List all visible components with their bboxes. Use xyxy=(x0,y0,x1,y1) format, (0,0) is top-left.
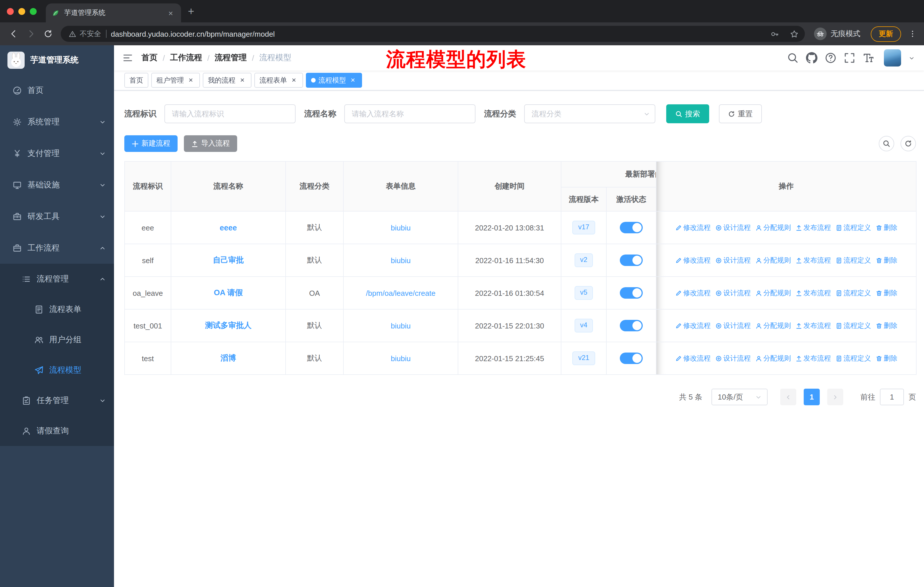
sidebar-item-process-management[interactable]: 流程管理 xyxy=(0,264,114,294)
sidebar-item-payment-management[interactable]: 支付管理 xyxy=(0,137,114,169)
process-name-input[interactable] xyxy=(344,104,475,123)
action-delete-process[interactable]: 删除 xyxy=(876,354,898,363)
cell-process-name[interactable]: eeee xyxy=(171,211,285,244)
version-badge[interactable]: v17 xyxy=(573,221,595,234)
cell-form-info[interactable]: biubiu xyxy=(343,211,458,244)
reload-button[interactable] xyxy=(40,26,56,42)
close-icon[interactable]: × xyxy=(290,76,298,84)
sidebar-item-infrastructure[interactable]: 基础设施 xyxy=(0,169,114,201)
version-badge[interactable]: v2 xyxy=(574,254,593,267)
action-edit-process[interactable]: 修改流程 xyxy=(675,354,711,363)
breadcrumb-item[interactable]: 流程管理 xyxy=(215,53,247,63)
browser-tab[interactable]: 芋道管理系统 × xyxy=(46,3,181,22)
minimize-window-button[interactable] xyxy=(18,8,25,15)
cell-form-info[interactable]: /bpm/oa/leave/create xyxy=(343,276,458,309)
cell-process-name[interactable]: OA 请假 xyxy=(171,276,285,309)
page-number-button[interactable]: 1 xyxy=(804,389,820,405)
action-process-definition[interactable]: 流程定义 xyxy=(835,288,871,298)
action-process-definition[interactable]: 流程定义 xyxy=(835,354,871,363)
goto-page-input[interactable] xyxy=(880,389,904,405)
sidebar-item-system-management[interactable]: 系统管理 xyxy=(0,106,114,137)
version-badge[interactable]: v21 xyxy=(573,352,595,365)
address-bar[interactable]: 不安全 dashboard.yudao.iocoder.cn/bpm/manag… xyxy=(61,26,805,42)
version-badge[interactable]: v4 xyxy=(574,319,593,332)
close-icon[interactable]: × xyxy=(349,76,357,84)
forward-button[interactable] xyxy=(23,26,39,42)
sidebar-item-process-model[interactable]: 流程模型 xyxy=(0,355,114,385)
search-icon[interactable] xyxy=(787,52,799,64)
tab-close-icon[interactable]: × xyxy=(166,8,175,18)
action-design-process[interactable]: 设计流程 xyxy=(715,255,751,265)
action-publish-process[interactable]: 发布流程 xyxy=(795,321,831,331)
action-assign-rules[interactable]: 分配规则 xyxy=(755,223,791,232)
breadcrumb-item[interactable]: 首页 xyxy=(142,53,158,63)
process-id-input[interactable] xyxy=(164,104,295,123)
sidebar-toggle-button[interactable] xyxy=(114,45,142,71)
action-process-definition[interactable]: 流程定义 xyxy=(835,321,871,331)
sidebar-item-leave-query[interactable]: 请假查询 xyxy=(0,416,114,446)
cell-process-name[interactable]: 测试多审批人 xyxy=(171,309,285,342)
zoom-window-button[interactable] xyxy=(30,8,37,15)
sidebar-item-home[interactable]: 首页 xyxy=(0,74,114,106)
tag-my-process[interactable]: 我的流程× xyxy=(203,73,251,88)
back-button[interactable] xyxy=(6,26,22,42)
action-edit-process[interactable]: 修改流程 xyxy=(675,321,711,331)
cell-form-info[interactable]: biubiu xyxy=(343,342,458,375)
active-toggle[interactable] xyxy=(620,287,643,299)
browser-menu-button[interactable] xyxy=(907,26,918,42)
active-toggle[interactable] xyxy=(620,320,643,331)
sidebar-item-workflow[interactable]: 工作流程 xyxy=(0,232,114,264)
action-process-definition[interactable]: 流程定义 xyxy=(835,223,871,232)
active-toggle[interactable] xyxy=(620,352,643,364)
new-tab-button[interactable]: + xyxy=(188,5,194,18)
close-icon[interactable]: × xyxy=(238,76,246,84)
font-size-icon[interactable] xyxy=(863,52,874,64)
action-delete-process[interactable]: 删除 xyxy=(876,321,898,331)
sidebar-item-task-management[interactable]: 任务管理 xyxy=(0,385,114,416)
tag-process-form[interactable]: 流程表单× xyxy=(254,73,303,88)
next-page-button[interactable] xyxy=(827,389,843,405)
github-icon[interactable] xyxy=(806,52,817,64)
security-indicator[interactable]: 不安全 xyxy=(69,29,101,39)
toggle-search-button[interactable] xyxy=(879,136,894,151)
action-design-process[interactable]: 设计流程 xyxy=(715,223,751,232)
sidebar-item-user-group[interactable]: 用户分组 xyxy=(0,324,114,355)
action-publish-process[interactable]: 发布流程 xyxy=(795,223,831,232)
action-publish-process[interactable]: 发布流程 xyxy=(795,288,831,298)
action-process-definition[interactable]: 流程定义 xyxy=(835,255,871,265)
action-edit-process[interactable]: 修改流程 xyxy=(675,223,711,232)
close-window-button[interactable] xyxy=(7,8,14,15)
action-delete-process[interactable]: 删除 xyxy=(876,255,898,265)
action-delete-process[interactable]: 删除 xyxy=(876,288,898,298)
active-toggle[interactable] xyxy=(620,255,643,266)
sidebar-item-process-form[interactable]: 流程表单 xyxy=(0,294,114,324)
reset-button[interactable]: 重置 xyxy=(719,104,762,123)
action-edit-process[interactable]: 修改流程 xyxy=(675,288,711,298)
fullscreen-icon[interactable] xyxy=(844,52,855,64)
action-design-process[interactable]: 设计流程 xyxy=(715,321,751,331)
process-category-select[interactable] xyxy=(524,104,655,123)
action-publish-process[interactable]: 发布流程 xyxy=(795,354,831,363)
cell-form-info[interactable]: biubiu xyxy=(343,309,458,342)
tag-tenant-management[interactable]: 租户管理× xyxy=(151,73,200,88)
action-design-process[interactable]: 设计流程 xyxy=(715,354,751,363)
user-avatar[interactable] xyxy=(884,49,901,66)
close-icon[interactable]: × xyxy=(187,76,195,84)
tag-process-model[interactable]: 流程模型× xyxy=(306,73,362,88)
password-key-button[interactable] xyxy=(767,26,782,41)
search-button[interactable]: 搜索 xyxy=(666,104,709,123)
action-assign-rules[interactable]: 分配规则 xyxy=(755,354,791,363)
breadcrumb-item[interactable]: 工作流程 xyxy=(170,53,202,63)
sidebar-logo[interactable]: 芋道管理系统 xyxy=(0,45,114,74)
create-process-button[interactable]: 新建流程 xyxy=(124,135,178,152)
action-assign-rules[interactable]: 分配规则 xyxy=(755,288,791,298)
action-edit-process[interactable]: 修改流程 xyxy=(675,255,711,265)
cell-process-name[interactable]: 自己审批 xyxy=(171,244,285,276)
prev-page-button[interactable] xyxy=(780,389,796,405)
action-assign-rules[interactable]: 分配规则 xyxy=(755,255,791,265)
action-publish-process[interactable]: 发布流程 xyxy=(795,255,831,265)
bookmark-star-button[interactable] xyxy=(787,26,802,41)
version-badge[interactable]: v5 xyxy=(574,286,593,299)
import-process-button[interactable]: 导入流程 xyxy=(184,135,237,152)
help-icon[interactable] xyxy=(825,52,837,64)
